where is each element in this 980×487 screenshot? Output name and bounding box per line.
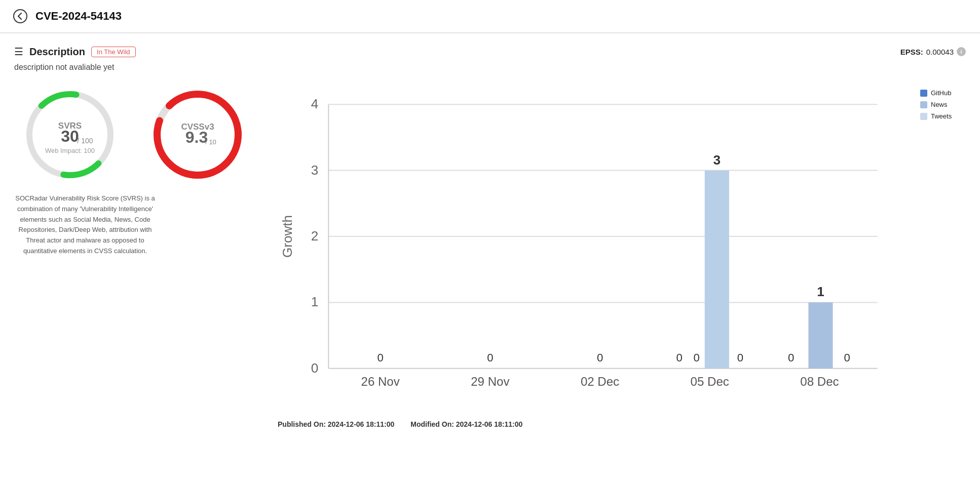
svg-text:1: 1 xyxy=(817,284,824,299)
chart-wrap: 0 1 2 3 4 Growth 26 Nov 0 29 Nov xyxy=(278,84,908,411)
svg-text:02 Dec: 02 Dec xyxy=(581,375,619,388)
description-row: ☰ Description In The Wild EPSS: 0.00043 … xyxy=(14,46,966,58)
header: CVE-2024-54143 xyxy=(0,0,980,33)
news-legend-box xyxy=(920,101,927,108)
epss-row: EPSS: 0.00043 i xyxy=(900,47,966,56)
svg-text:0: 0 xyxy=(676,351,682,364)
epss-value: 0.00043 xyxy=(926,48,954,56)
svg-text:1: 1 xyxy=(311,294,319,309)
github-legend-box xyxy=(920,90,927,97)
gauges-row: SVRS 30 / 100 Web Impact: 100 CVSSv3 9.3 xyxy=(14,84,268,185)
desc-left: ☰ Description In The Wild xyxy=(14,46,136,58)
svg-text:0: 0 xyxy=(737,351,743,364)
gauges-section: SVRS 30 / 100 Web Impact: 100 CVSSv3 9.3 xyxy=(14,84,268,257)
svg-text:0: 0 xyxy=(378,351,384,364)
tweets-legend-box xyxy=(920,113,927,120)
svg-text:2: 2 xyxy=(311,228,319,243)
svg-text:0: 0 xyxy=(597,351,603,364)
chart-legend: GitHub News Tweets xyxy=(920,84,966,120)
svrs-gauge: SVRS 30 / 100 Web Impact: 100 xyxy=(14,84,126,185)
svg-rect-33 xyxy=(705,171,729,369)
published-on: Published On: 2024-12-06 18:11:00 xyxy=(278,420,394,428)
description-text: description not avaliable yet xyxy=(14,63,966,72)
gauges-chart-row: SVRS 30 / 100 Web Impact: 100 CVSSv3 9.3 xyxy=(14,84,966,428)
svg-text:Growth: Growth xyxy=(280,215,295,258)
legend-news: News xyxy=(920,101,966,108)
svg-text:0: 0 xyxy=(788,351,794,364)
main-content: ☰ Description In The Wild EPSS: 0.00043 … xyxy=(0,33,980,440)
svg-text:0: 0 xyxy=(844,351,850,364)
modified-label: Modified On: xyxy=(410,420,454,428)
cvss-gauge: CVSSv3 9.3 / 10 xyxy=(142,84,253,185)
svg-text:3: 3 xyxy=(311,163,319,178)
legend-tweets: Tweets xyxy=(920,112,966,120)
svg-text:08 Dec: 08 Dec xyxy=(800,375,839,388)
chart-and-legend: 0 1 2 3 4 Growth 26 Nov 0 29 Nov xyxy=(278,84,966,411)
svg-text:/ 100: / 100 xyxy=(77,137,93,145)
back-button[interactable] xyxy=(12,8,28,24)
list-icon: ☰ xyxy=(14,46,23,58)
svrs-info-text: SOCRadar Vulnerability Risk Score (SVRS)… xyxy=(14,193,156,257)
description-label: Description xyxy=(29,46,85,58)
svg-text:05 Dec: 05 Dec xyxy=(691,375,729,388)
epss-info-icon[interactable]: i xyxy=(957,47,966,56)
svg-text:9.3: 9.3 xyxy=(185,128,208,146)
svg-text:4: 4 xyxy=(311,96,319,111)
epss-label: EPSS: xyxy=(900,48,923,56)
page-title: CVE-2024-54143 xyxy=(35,10,122,23)
in-the-wild-badge: In The Wild xyxy=(91,47,136,57)
svg-text:29 Nov: 29 Nov xyxy=(471,375,509,388)
svg-text:3: 3 xyxy=(713,152,721,168)
svg-rect-38 xyxy=(808,302,833,368)
published-value: 2024-12-06 18:11:00 xyxy=(328,420,395,428)
footer-dates: Published On: 2024-12-06 18:11:00 Modifi… xyxy=(278,420,966,428)
legend-github: GitHub xyxy=(920,89,966,97)
bar-chart-svg: 0 1 2 3 4 Growth 26 Nov 0 29 Nov xyxy=(278,84,908,409)
svg-text:0: 0 xyxy=(487,351,493,364)
svg-point-0 xyxy=(14,10,27,23)
github-legend-label: GitHub xyxy=(931,89,951,97)
svg-text:0: 0 xyxy=(694,351,700,364)
svg-text:/ 10: / 10 xyxy=(205,138,216,146)
modified-on: Modified On: 2024-12-06 18:11:00 xyxy=(410,420,522,428)
chart-section: 0 1 2 3 4 Growth 26 Nov 0 29 Nov xyxy=(268,84,966,428)
svg-text:0: 0 xyxy=(311,360,319,376)
modified-value: 2024-12-06 18:11:00 xyxy=(456,420,523,428)
svg-text:30: 30 xyxy=(61,127,79,145)
news-legend-label: News xyxy=(931,101,948,108)
svg-text:Web Impact: 100: Web Impact: 100 xyxy=(45,147,95,154)
tweets-legend-label: Tweets xyxy=(931,112,952,120)
svg-text:26 Nov: 26 Nov xyxy=(361,375,400,388)
published-label: Published On: xyxy=(278,420,326,428)
